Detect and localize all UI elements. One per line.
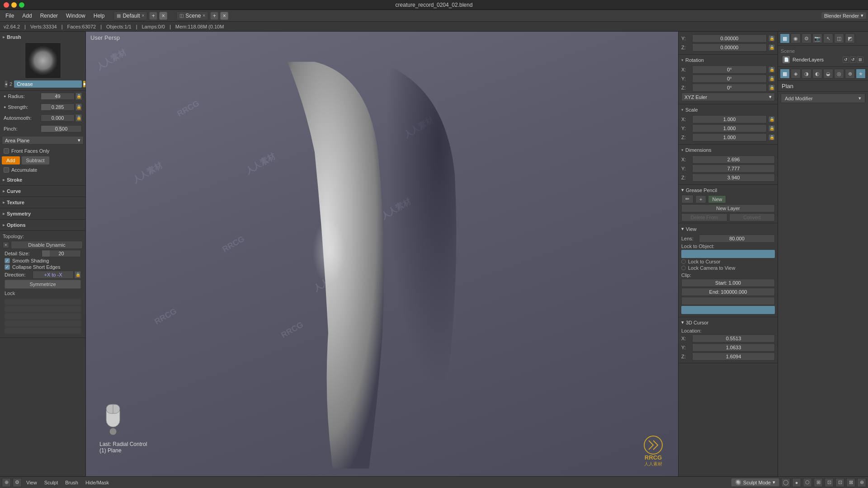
y-lock[interactable]: 🔒 <box>769 35 775 42</box>
workspace-tab-default-close[interactable]: × <box>142 13 144 18</box>
nav-hide-mask[interactable]: Hide/Mask <box>83 479 112 486</box>
strength-slider[interactable]: 0.285 <box>41 103 75 111</box>
bottom-settings-icon[interactable]: ⚙ <box>13 478 22 487</box>
direction-lock[interactable]: 🔒 <box>75 271 81 278</box>
menu-help[interactable]: Help <box>90 12 108 20</box>
z-lock[interactable]: 🔒 <box>769 44 775 51</box>
dim-z-field[interactable]: 3.940 <box>692 174 775 182</box>
clip-end-field[interactable]: End: 100000.000 <box>681 288 775 296</box>
lock-to-cursor-radio[interactable] <box>681 259 686 264</box>
icon2-6[interactable]: ⊕ <box>845 69 855 79</box>
menu-file[interactable]: File <box>2 12 18 20</box>
stroke-header[interactable]: ▸ Stroke <box>3 176 83 183</box>
icon2-3[interactable]: ◐ <box>812 69 822 79</box>
workspace-tab-default[interactable]: ▦ Default × <box>113 11 147 20</box>
direction-field[interactable]: +X to -X <box>33 271 74 279</box>
scale-y-lock[interactable]: 🔒 <box>769 125 775 131</box>
nav-sculpt[interactable]: Sculpt <box>42 479 61 486</box>
view-icon-4[interactable]: ⊞ <box>814 478 823 487</box>
lens-field[interactable]: 80.000 <box>699 235 775 243</box>
gp-new-layer-btn[interactable]: New Layer <box>681 204 775 212</box>
dim-y-field[interactable]: 7.777 <box>692 164 775 173</box>
view-icon-3[interactable]: ⬡ <box>803 478 812 487</box>
options-header[interactable]: ▸ Options <box>3 221 83 229</box>
rot-z-field[interactable]: 0° <box>692 84 767 92</box>
scale-z-field[interactable]: 1.000 <box>692 133 767 141</box>
close-button[interactable] <box>4 2 9 8</box>
view-icon-7[interactable]: ⊠ <box>846 478 855 487</box>
smooth-shading-checkbox[interactable]: ✓ <box>5 258 10 263</box>
scale-x-field[interactable]: 1.000 <box>692 115 767 123</box>
gp-new-btn[interactable]: New <box>708 195 726 203</box>
icon2-2[interactable]: ◑ <box>802 69 811 79</box>
add-modifier-btn[interactable]: Add Modifier ▾ <box>781 94 865 103</box>
brush-name-field[interactable] <box>14 80 82 88</box>
workspace-tab-add-right[interactable]: + <box>210 12 218 20</box>
menu-window[interactable]: Window <box>62 12 89 20</box>
scale-y-field[interactable]: 1.000 <box>692 124 767 132</box>
icon-camera[interactable]: 📷 <box>812 33 822 43</box>
workspace-tab-scene[interactable]: ◫ Scene × <box>176 11 208 20</box>
icon2-scene[interactable]: ▦ <box>780 69 790 79</box>
icon-render[interactable]: ◉ <box>791 33 801 43</box>
lock-to-object-field[interactable] <box>681 250 775 258</box>
rot-x-field[interactable]: 0° <box>692 66 767 74</box>
icon-view1[interactable]: ◫ <box>834 33 844 43</box>
disable-dynamic-x[interactable]: × <box>3 242 9 248</box>
add-button[interactable]: Add <box>2 156 20 164</box>
scale-z-lock[interactable]: 🔒 <box>769 134 775 141</box>
texture-header[interactable]: ▸ Texture <box>3 199 83 206</box>
menu-add[interactable]: Add <box>19 12 35 20</box>
cursor-x-field[interactable]: 0.5513 <box>692 334 775 343</box>
brush-arrow-left[interactable]: ◂ <box>5 80 8 88</box>
workspace-tab-add-left[interactable]: + <box>149 12 157 20</box>
brush-color-btn[interactable]: ■ <box>83 80 86 88</box>
viewport[interactable]: 人人素材 RRCG 人人素材 RRCG 人人素材 RRCG 人人素材 RRCG … <box>86 32 678 476</box>
z-field[interactable]: 0.00000 <box>692 43 767 52</box>
render-engine-selector[interactable]: Blender Render ▾ <box>821 12 866 19</box>
render-layers-btn1[interactable]: ↺ <box>843 56 849 63</box>
euler-type-dropdown[interactable]: XYZ Euler ▾ <box>681 93 775 101</box>
autosmooth-lock[interactable]: 🔒 <box>75 114 82 122</box>
cursor-y-field[interactable]: 1.0633 <box>692 343 775 352</box>
rot-z-lock[interactable]: 🔒 <box>769 84 775 91</box>
clip-start-field[interactable]: Start: 1.000 <box>681 279 775 287</box>
lock-camera-radio[interactable] <box>681 266 686 270</box>
workspace-tab-close-right[interactable]: × <box>220 12 228 20</box>
render-layers-btn3[interactable]: ⊞ <box>857 56 863 63</box>
rot-y-field[interactable]: 0° <box>692 75 767 83</box>
radius-slider[interactable]: 49 <box>41 93 75 100</box>
icon2-7[interactable]: ★ <box>856 69 866 79</box>
icon-cursor[interactable]: ↖ <box>823 33 833 43</box>
nav-brush[interactable]: Brush <box>62 479 81 486</box>
rot-x-lock[interactable]: 🔒 <box>769 66 775 73</box>
gp-add-btn[interactable]: + <box>695 195 706 203</box>
area-plane-dropdown[interactable]: Area Plane ▾ <box>2 136 84 145</box>
pinch-slider[interactable]: 0.500 <box>41 125 82 132</box>
render-layers-btn2[interactable]: ↺ <box>850 56 856 63</box>
view-icon-1[interactable]: ◯ <box>781 478 790 487</box>
disable-dynamic-btn[interactable]: Disable Dynamic <box>11 241 83 249</box>
y-field[interactable]: 0.00000 <box>692 34 767 42</box>
gp-pencil-btn[interactable]: ✏ <box>681 195 693 203</box>
bottom-scene-icon[interactable]: ⊕ <box>2 478 11 487</box>
symmetry-header[interactable]: ▸ Symmetry <box>3 210 83 217</box>
subtract-button[interactable]: Subtract <box>22 156 49 164</box>
strength-lock[interactable]: 🔒 <box>75 103 82 111</box>
view-icon-5[interactable]: ⊡ <box>825 478 834 487</box>
view-icon-6[interactable]: ⊡ <box>835 478 844 487</box>
detail-size-slider[interactable]: 20 <box>42 250 81 257</box>
accumulate-checkbox[interactable] <box>4 167 9 173</box>
scale-x-lock[interactable]: 🔒 <box>769 116 775 122</box>
icon2-1[interactable]: ◈ <box>791 69 801 79</box>
symmetrize-btn[interactable]: Symmetrize <box>5 280 81 289</box>
icon2-5[interactable]: ◎ <box>834 69 844 79</box>
gp-convert-btn[interactable]: Convert <box>729 213 775 221</box>
workspace-tab-scene-close[interactable]: × <box>203 13 205 18</box>
radius-lock[interactable]: 🔒 <box>75 93 82 100</box>
minimize-button[interactable] <box>11 2 17 8</box>
curve-header[interactable]: ▸ Curve <box>3 188 83 195</box>
autosmooth-slider[interactable]: 0.000 <box>41 114 75 122</box>
maximize-button[interactable] <box>19 2 24 8</box>
window-controls[interactable] <box>4 2 24 8</box>
